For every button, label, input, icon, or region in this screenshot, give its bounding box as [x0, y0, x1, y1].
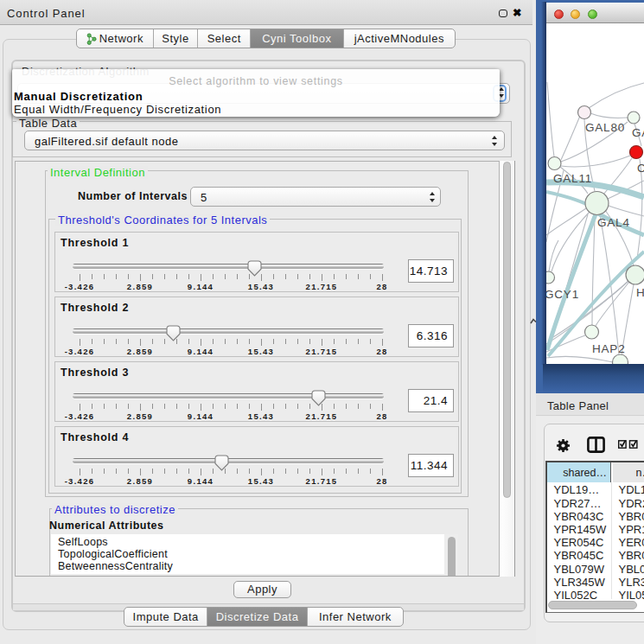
svg-text:C: C [637, 162, 644, 175]
svg-text:GAL80: GAL80 [585, 121, 625, 134]
svg-text:GAL11: GAL11 [553, 172, 592, 185]
svg-text:GA: GA [632, 126, 644, 139]
svg-text:GAL4: GAL4 [597, 216, 630, 229]
svg-text:H: H [636, 286, 644, 299]
svg-text:GCY1: GCY1 [546, 288, 579, 301]
svg-text:HAP2: HAP2 [592, 342, 625, 355]
